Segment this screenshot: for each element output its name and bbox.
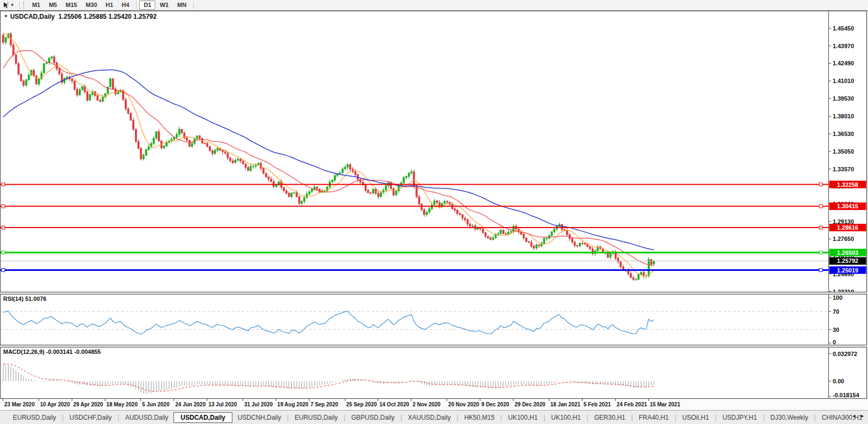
symbol-tab-usdchf-daily[interactable]: USDCHF,Daily [64,412,117,423]
symbol-tab-gbpusd-daily[interactable]: GBPUSD,Daily [346,412,400,423]
time-axis-label: 24 Feb 2021 [617,402,647,407]
symbol-tab-xauusd-daily[interactable]: XAUUSD,Daily [403,412,456,423]
macd-canvas[interactable]: 0.0329720.00-0.018154 [1,347,866,398]
rsi-canvas[interactable]: 10070300 [1,294,866,345]
rsi-indicator-panel: 10070300 RSI(14) 51.0076 [0,294,867,345]
resistance-line-1.32258[interactable]: 1.32258 [1,181,866,188]
macd-axis[interactable]: 0.0329720.00-0.018154 [828,347,859,398]
symbol-tab-eurusd-daily[interactable]: EURUSD,Daily [7,412,62,423]
line-handle[interactable] [819,205,822,208]
tab-scroll-right-icon[interactable]: ► [860,413,865,419]
price-chart-canvas[interactable]: 1.454501.439701.424901.410101.395301.380… [1,11,866,292]
timeframe-button-m1[interactable]: M1 [28,1,44,10]
symbol-tab-usdjpy-h1[interactable]: USDJPY,H1 [717,412,762,423]
candlestick-series [3,32,655,281]
symbol-tab-bar: EURUSD,Daily|USDCHF,Daily|AUDUSD,DailyUS… [0,410,868,424]
line-handle[interactable] [819,269,822,272]
support-line-1.25019[interactable]: 1.25019 [1,267,866,274]
timeframe-button-w1[interactable]: W1 [155,1,173,10]
timeframe-button-m5[interactable]: M5 [44,1,61,10]
tab-scroll-left-icon[interactable]: ◄ [851,413,856,419]
timeframe-button-m30[interactable]: M30 [81,1,101,10]
time-axis-tick [39,399,39,401]
rsi-name: RSI(14) [3,296,24,302]
line-handle[interactable] [2,226,5,229]
time-axis-label: 23 Mar 2020 [4,402,35,407]
macd-label: MACD(12,26,9) -0.003141 -0.004855 [3,349,101,355]
macd-name: MACD(12,26,9) [3,349,44,355]
price-level-label-text: 1.25792 [837,258,858,264]
symbol-tab-ger30-h1[interactable]: GER30,H1 [589,412,631,423]
timeframe-button-h1[interactable]: H1 [101,1,117,10]
line-handle[interactable] [819,251,822,254]
chart-collapse-icon[interactable]: ▼ [4,14,8,19]
time-axis-tick [480,399,480,401]
toolbar-separator [193,2,194,9]
symbol-tab-uk100-h1[interactable]: UK100,H1 [503,412,543,423]
line-handle[interactable] [2,269,5,272]
toolbar-separator [136,2,137,9]
time-axis-label: 18 May 2020 [107,402,138,407]
resistance-line-1.30415[interactable]: 1.30415 [1,202,866,210]
time-axis-tick [72,399,72,401]
time-axis-tick [648,399,649,401]
time-axis-label: 7 Sep 2020 [311,402,338,407]
line-handle[interactable] [2,251,5,254]
support-line-1.26503[interactable]: 1.26503 [1,249,866,256]
price-level-label-text: 1.32258 [837,181,858,188]
price-axis-tick-label: 1.35050 [833,148,854,155]
resistance-line-1.28616[interactable]: 1.28616 [1,224,866,231]
time-axis-tick [140,399,141,401]
line-handle[interactable] [2,183,5,186]
time-axis-tick [615,399,616,401]
rsi-axis-tick-label: 100 [833,294,842,301]
macd-histogram [3,364,654,394]
chart-pointer-icon[interactable] [2,2,10,9]
price-level-label-text: 1.30415 [837,203,858,209]
symbol-tab-usdcad-daily[interactable]: USDCAD,Daily [173,412,232,423]
rsi-value: 51.0076 [25,296,47,302]
symbol-tab-audusd-daily[interactable]: AUDUSD,Daily [120,412,174,423]
symbol-tab-eurusd-daily[interactable]: EURUSD,Daily [289,412,343,423]
symbol-tab-hk50-m15[interactable]: HK50,M15 [459,412,500,423]
line-handle[interactable] [2,205,5,208]
time-axis-label: 25 Sep 2020 [346,402,377,407]
time-axis[interactable]: 23 Mar 202010 Apr 202029 Apr 202018 May … [0,399,868,410]
timeframe-button-h4[interactable]: H4 [117,1,133,10]
moving-average-55-line [3,70,654,250]
symbol-tab-fra40-h1[interactable]: FRA40,H1 [633,412,674,423]
price-axis-tick-label: 1.29130 [833,218,854,225]
symbol-tab-uk100-h1[interactable]: UK100,H1 [546,412,586,423]
toolbar-grip [23,2,26,9]
symbol-tab-usdcnh-daily[interactable]: USDCNH,Daily [232,412,286,423]
time-axis-tick [549,399,549,401]
chart-pointer-icon-svg [2,2,10,9]
chart-title: ▼USDCAD,Daily 1.25506 1.25885 1.25420 1.… [4,13,156,20]
current-price-line-1.25792[interactable]: 1.25792 [1,257,866,264]
timeframe-button-d1[interactable]: D1 [139,1,155,10]
time-axis-tick [447,399,447,401]
macd-axis-tick-label: 0.00 [833,378,844,384]
time-axis-tick [3,399,3,401]
timeframe-button-mn[interactable]: MN [173,1,191,10]
price-axis-tick-label: 1.36530 [833,131,854,137]
price-level-label-text: 1.26503 [837,249,858,256]
toolbar-dropdown-icon[interactable]: ▼ [10,3,14,7]
line-handle[interactable] [819,226,822,229]
symbol-tab-usoil-h1[interactable]: USOil,H1 [677,412,714,423]
time-axis-tick [411,399,411,401]
rsi-axis[interactable]: 10070300 [828,294,842,345]
time-axis-label: 15 Mar 2021 [650,402,681,407]
time-axis-label: 2 Nov 2020 [412,402,440,407]
line-handle[interactable] [819,183,822,186]
moving-average-8-line [3,33,654,276]
time-axis-label: 10 Apr 2020 [40,402,70,407]
timeframe-button-m15[interactable]: M15 [61,1,81,10]
macd-value: -0.003141 -0.004855 [46,349,101,355]
symbol-tab-dj30-weekly[interactable]: DJ30,Weekly [765,412,813,423]
time-axis-label: 29 Apr 2020 [73,402,103,407]
price-level-label-text: 1.25019 [837,267,858,274]
macd-axis-tick-label: 0.032972 [833,351,857,357]
time-axis-tick [207,399,207,401]
rsi-axis-tick-label: 30 [833,327,839,333]
